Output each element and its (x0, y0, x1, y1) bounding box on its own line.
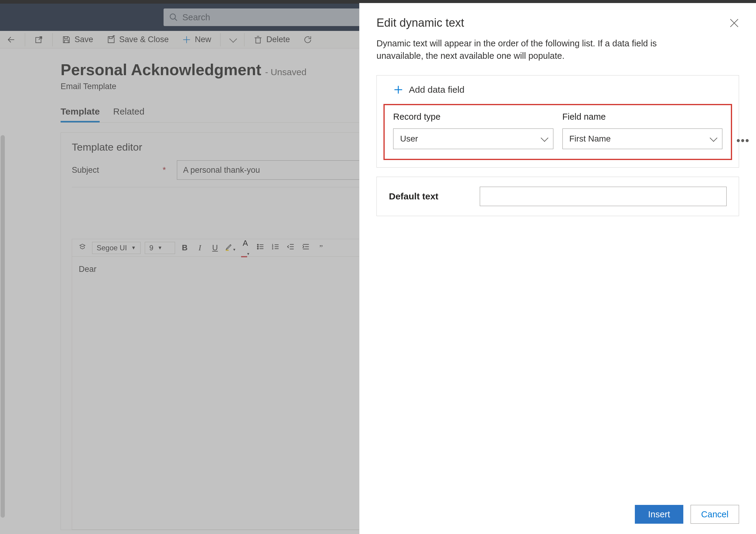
bold-button[interactable]: B (179, 243, 190, 252)
font-family-select[interactable]: Segoe UI ▼ (92, 242, 141, 254)
svg-point-20 (257, 248, 258, 249)
tab-template[interactable]: Template (61, 106, 100, 123)
svg-point-18 (257, 246, 258, 247)
chevron-down-icon (541, 134, 548, 142)
paint-icon (78, 243, 86, 251)
trash-icon (254, 35, 263, 44)
save-close-label: Save & Close (119, 35, 169, 44)
font-color-button[interactable]: A▾ (240, 239, 251, 257)
highlight-icon (225, 242, 233, 251)
cancel-button[interactable]: Cancel (690, 505, 739, 524)
record-type-select[interactable]: User (393, 128, 554, 149)
default-text-input[interactable] (480, 187, 727, 206)
outdent-icon (287, 243, 295, 251)
numbered-list-button[interactable]: 123 (270, 243, 281, 253)
refresh-icon (303, 35, 312, 44)
delete-button[interactable]: Delete (247, 31, 297, 48)
chevron-down-icon (710, 134, 717, 142)
svg-line-1 (175, 18, 177, 21)
font-family-value: Segoe UI (96, 244, 127, 252)
svg-point-0 (170, 14, 176, 19)
svg-rect-5 (65, 37, 68, 39)
add-data-field-label: Add data field (409, 85, 464, 95)
indent-icon (302, 243, 310, 251)
default-text-label: Default text (389, 191, 468, 202)
search-icon (169, 13, 178, 22)
cancel-label: Cancel (701, 509, 728, 520)
close-panel-button[interactable] (729, 18, 739, 28)
page-status: - Unsaved (265, 67, 307, 77)
search-placeholder: Search (182, 13, 210, 22)
record-type-value: User (400, 134, 418, 144)
highlighted-field-row: Record type User Field name First Name •… (384, 104, 732, 160)
svg-rect-7 (109, 37, 112, 39)
plus-icon (393, 85, 403, 95)
quote-button[interactable]: ” (316, 243, 327, 252)
record-type-label: Record type (393, 112, 554, 122)
refresh-button[interactable] (297, 31, 319, 48)
page-title: Personal Acknowledgment (61, 61, 261, 79)
add-data-field-button[interactable]: Add data field (377, 75, 739, 104)
svg-point-16 (257, 244, 258, 245)
indent-button[interactable] (301, 243, 311, 253)
save-icon (62, 35, 71, 44)
bullets-button[interactable] (255, 243, 266, 253)
insert-label: Insert (648, 509, 670, 520)
default-text-card: Default text (376, 177, 739, 216)
save-button[interactable]: Save (55, 31, 100, 48)
new-label: New (195, 35, 211, 44)
required-indicator: * (163, 165, 166, 175)
save-label: Save (74, 35, 93, 44)
underline-button[interactable]: U (210, 243, 221, 252)
italic-button[interactable]: I (195, 243, 205, 252)
number-list-icon: 123 (272, 243, 280, 251)
panel-title: Edit dynamic text (376, 16, 464, 29)
data-field-card: Add data field Record type User Field na… (376, 75, 739, 168)
highlight-button[interactable]: ▾ (225, 242, 236, 253)
field-name-label: Field name (562, 112, 723, 122)
svg-line-4 (39, 37, 42, 40)
save-close-button[interactable]: Save & Close (100, 31, 176, 48)
subject-label: Subject (72, 165, 163, 175)
vertical-scrollbar[interactable] (1, 135, 5, 518)
panel-description: Dynamic text will appear in the order of… (376, 37, 679, 62)
row-more-button[interactable]: ••• (736, 134, 750, 147)
ellipsis-icon: ••• (736, 134, 750, 147)
field-name-value: First Name (569, 134, 611, 144)
tab-related[interactable]: Related (113, 106, 144, 123)
delete-label: Delete (266, 35, 290, 44)
svg-text:3: 3 (272, 247, 273, 250)
edit-dynamic-text-panel: Edit dynamic text Dynamic text will appe… (359, 3, 756, 534)
plus-icon (182, 35, 191, 44)
save-close-icon (107, 35, 116, 44)
popout-icon (34, 35, 43, 44)
outdent-button[interactable] (285, 243, 296, 253)
chevron-down-icon (229, 35, 237, 42)
font-size-value: 9 (149, 244, 153, 252)
bullet-list-icon (256, 243, 264, 251)
svg-rect-12 (256, 38, 260, 43)
svg-rect-6 (65, 40, 68, 43)
open-new-window-button[interactable] (28, 31, 50, 48)
format-painter-button[interactable] (77, 243, 88, 253)
field-name-select[interactable]: First Name (562, 128, 723, 149)
new-dropdown[interactable] (223, 31, 242, 48)
back-button[interactable] (0, 31, 22, 48)
font-size-select[interactable]: 9 ▼ (145, 242, 175, 254)
new-button[interactable]: New (176, 31, 218, 48)
editor-body-text: Dear (79, 265, 96, 274)
insert-button[interactable]: Insert (635, 505, 683, 524)
arrow-left-icon (7, 35, 16, 44)
